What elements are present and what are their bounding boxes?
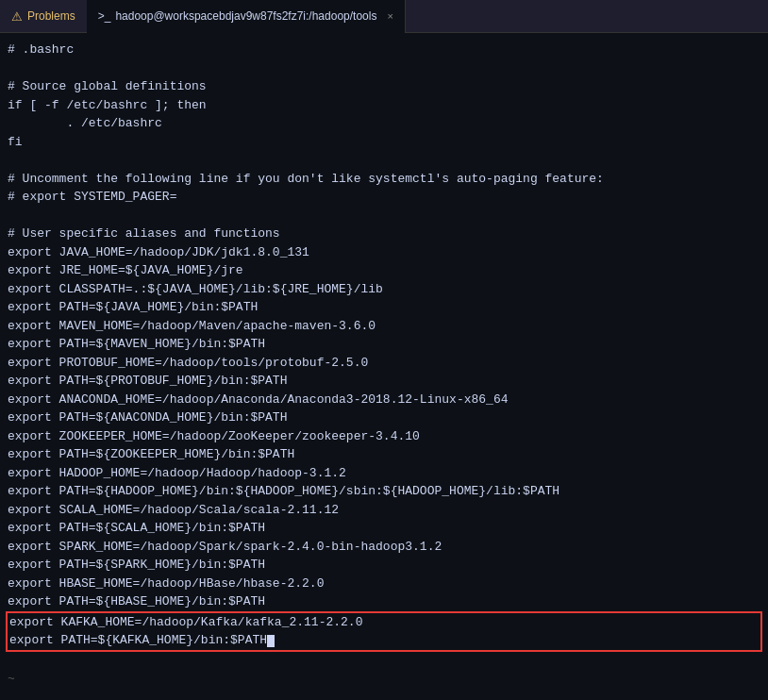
kafka-path-line: export PATH=${KAFKA_HOME}/bin:$PATH bbox=[8, 631, 760, 650]
line-4: if [ -f /etc/bashrc ]; then bbox=[4, 96, 764, 115]
tab-terminal[interactable]: >_ hadoop@workspacebdjav9w87fs2fz7i:/had… bbox=[87, 0, 406, 33]
line-10 bbox=[4, 207, 764, 225]
highlighted-block: export KAFKA_HOME=/hadoop/Kafka/kafka_2.… bbox=[6, 611, 762, 652]
warning-icon: ⚠ bbox=[11, 9, 23, 24]
problems-label: Problems bbox=[27, 9, 75, 23]
line-12: export JAVA_HOME=/hadoop/JDK/jdk1.8.0_13… bbox=[4, 243, 764, 262]
line-30: export HBASE_HOME=/hadoop/HBase/hbase-2.… bbox=[4, 575, 764, 593]
terminal-cursor bbox=[267, 635, 275, 647]
tab-problems[interactable]: ⚠ Problems bbox=[0, 0, 87, 33]
line-24: export HADOOP_HOME=/hadoop/Hadoop/hadoop… bbox=[4, 464, 764, 483]
line-25: export PATH=${HADOOP_HOME}/bin:${HADOOP_… bbox=[4, 482, 764, 501]
line-29: export PATH=${SPARK_HOME}/bin:$PATH bbox=[4, 556, 764, 575]
tab-bar: ⚠ Problems >_ hadoop@workspacebdjav9w87f… bbox=[0, 0, 768, 33]
line-8: # Uncomment the following line if you do… bbox=[4, 170, 764, 189]
line-5: . /etc/bashrc bbox=[4, 114, 764, 133]
line-14: export CLASSPATH=.:${JAVA_HOME}/lib:${JR… bbox=[4, 280, 764, 299]
bottom-empty bbox=[4, 652, 764, 671]
line-23: export PATH=${ZOOKEEPER_HOME}/bin:$PATH bbox=[4, 445, 764, 464]
line-19: export PATH=${PROTOBUF_HOME}/bin:$PATH bbox=[4, 372, 764, 391]
line-1: # .bashrc bbox=[4, 41, 764, 59]
line-31: export PATH=${HBASE_HOME}/bin:$PATH bbox=[4, 592, 764, 611]
kafka-home-line: export KAFKA_HOME=/hadoop/Kafka/kafka_2.… bbox=[8, 613, 760, 632]
line-9: # export SYSTEMD_PAGER= bbox=[4, 188, 764, 207]
line-7 bbox=[4, 151, 764, 170]
close-tab-button[interactable]: × bbox=[387, 10, 392, 22]
line-27: export PATH=${SCALA_HOME}/bin:$PATH bbox=[4, 519, 764, 538]
terminal-prefix: >_ bbox=[98, 9, 111, 23]
line-22: export ZOOKEEPER_HOME=/hadoop/ZooKeeper/… bbox=[4, 427, 764, 446]
terminal-label: hadoop@workspacebdjav9w87fs2fz7i:/hadoop… bbox=[115, 9, 376, 23]
line-21: export PATH=${ANACONDA_HOME}/bin:$PATH bbox=[4, 408, 764, 427]
line-26: export SCALA_HOME=/hadoop/Scala/scala-2.… bbox=[4, 501, 764, 520]
line-18: export PROTOBUF_HOME=/hadoop/tools/proto… bbox=[4, 354, 764, 373]
terminal-content[interactable]: # .bashrc # Source global definitions if… bbox=[0, 33, 768, 700]
line-16: export MAVEN_HOME=/hadoop/Maven/apache-m… bbox=[4, 317, 764, 336]
line-6: fi bbox=[4, 133, 764, 152]
line-20: export ANACONDA_HOME=/hadoop/Anaconda/An… bbox=[4, 391, 764, 409]
line-11: # User specific aliases and functions bbox=[4, 225, 764, 243]
line-17: export PATH=${MAVEN_HOME}/bin:$PATH bbox=[4, 335, 764, 354]
line-15: export PATH=${JAVA_HOME}/bin:$PATH bbox=[4, 298, 764, 317]
line-3: # Source global definitions bbox=[4, 77, 764, 96]
terminal-container: ⚠ Problems >_ hadoop@workspacebdjav9w87f… bbox=[0, 0, 768, 700]
line-2 bbox=[4, 59, 764, 78]
line-13: export JRE_HOME=${JAVA_HOME}/jre bbox=[4, 261, 764, 280]
line-28: export SPARK_HOME=/hadoop/Spark/spark-2.… bbox=[4, 538, 764, 557]
tilde-line: ~ bbox=[4, 670, 764, 689]
